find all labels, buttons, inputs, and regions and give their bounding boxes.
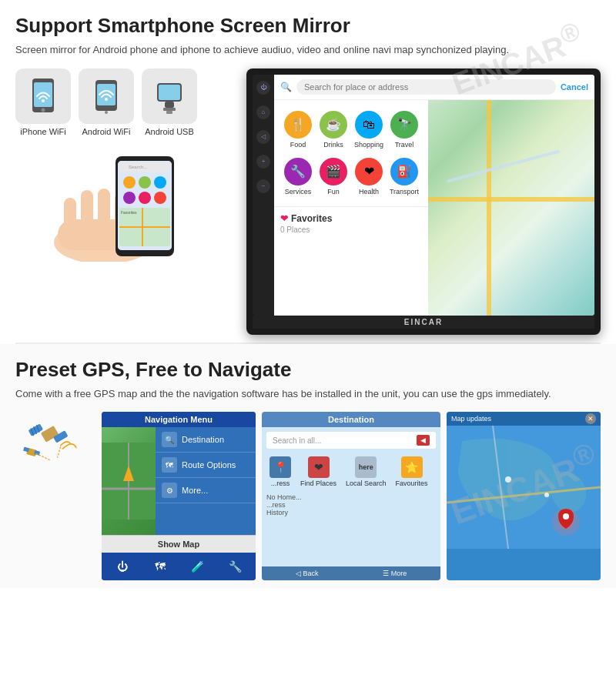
more-footer-btn[interactable]: ☰ More [383, 570, 407, 577]
maps-panel: 🍴 Food ☕ Drinks 🛍 Shop [274, 100, 428, 316]
power-icon[interactable]: ⏻ [112, 556, 133, 577]
gps-screens: Navigation Menu [102, 412, 601, 580]
dest-search[interactable]: Search in all... ◀ [266, 432, 436, 449]
drinks-icon: ☕ [320, 111, 347, 139]
dest-tab-address[interactable]: 📍 ...ress [266, 453, 294, 490]
dest-tab-local[interactable]: here Local Search [343, 453, 390, 490]
section-mirror: EINCAR® Support Smartphone Screen Mirror… [0, 0, 616, 342]
svg-text:Search...: Search... [129, 165, 147, 169]
map-icon[interactable]: 🗺 [149, 556, 171, 577]
mirror-right: ⏻ ⌂ ◁ + − 🔍 Search for place or address [246, 68, 601, 335]
svg-rect-11 [163, 108, 176, 111]
maps-search-input[interactable]: Search for place or address [296, 79, 556, 95]
cat-health[interactable]: ❤ Health [351, 153, 387, 200]
satellite-icon [19, 412, 89, 466]
route-label: Route Options [182, 460, 236, 469]
fun-icon: 🎬 [320, 158, 347, 185]
dest-header: Destination [262, 412, 440, 427]
section1-title: Support Smartphone Screen Mirror [15, 14, 601, 38]
dest-tabs: 📍 ...ress ❤ Find Places here Local Searc… [262, 453, 440, 490]
nav-map-inner [102, 427, 156, 535]
favorites-title: ❤ Favorites [280, 213, 422, 224]
svg-point-53 [505, 476, 511, 483]
mirror-left: iPhone WiFi [15, 68, 239, 262]
svg-text:Favorites: Favorites [121, 210, 137, 215]
dest-search-btn[interactable]: ◀ [417, 435, 430, 446]
cat-drinks[interactable]: ☕ Drinks [316, 106, 351, 153]
nav-map-area [102, 427, 156, 535]
more-icon: ⚙ [162, 483, 177, 498]
section2-desc: Come with a free GPS map and the the nav… [15, 386, 601, 402]
back-icon: ◁ [296, 570, 301, 577]
more-label: More... [182, 486, 208, 495]
rmap-close-icon: ✕ [585, 413, 596, 424]
favorites-sub: 0 Places [280, 226, 422, 234]
findplaces-icon: ❤ [308, 456, 330, 478]
back-btn[interactable]: ◁ Back [296, 570, 319, 577]
map-road-horizontal [428, 197, 594, 202]
maps-categories: 🍴 Food ☕ Drinks 🛍 Shop [274, 100, 428, 206]
svg-rect-17 [98, 189, 110, 231]
dest-body-text: No Home......ressHistory [266, 493, 436, 516]
dest-body: No Home......ressHistory [262, 490, 440, 566]
food-label: Food [290, 141, 306, 149]
svg-rect-9 [159, 85, 180, 100]
back-btn[interactable]: ◁ [256, 130, 270, 144]
map-road-vertical [487, 100, 491, 316]
nav-menu-items: 🔍 Destination 🗺 Route Options ⚙ More... [156, 427, 256, 535]
rmap-svg [447, 426, 601, 549]
address-icon: 📍 [270, 456, 291, 478]
car-unit: ⏻ ⌂ ◁ + − 🔍 Search for place or address [246, 68, 601, 335]
svg-point-25 [123, 176, 136, 189]
android-wifi-label: Android WiFi [82, 127, 131, 136]
search-icon-text: 🔍 [280, 82, 292, 92]
nav-item-route[interactable]: 🗺 Route Options [156, 453, 256, 478]
nav-footer-bar: ⏻ 🗺 🧪 🔧 [102, 553, 256, 580]
destination-icon: 🔍 [162, 432, 177, 447]
cat-transport[interactable]: ⛽ Transport [387, 153, 422, 200]
section-gps: EINCAR® Preset GPS, Free to Navigate Com… [0, 344, 616, 589]
cat-shopping[interactable]: 🛍 Shopping [351, 106, 387, 153]
cancel-btn[interactable]: Cancel [561, 82, 588, 92]
nav-item-destination[interactable]: 🔍 Destination [156, 427, 256, 453]
svg-point-57 [563, 513, 569, 520]
localsearch-icon: here [355, 456, 377, 478]
power-btn[interactable]: ⏻ [256, 81, 270, 95]
services-label: Services [285, 188, 312, 195]
home-btn[interactable]: ⌂ [256, 105, 270, 119]
svg-line-45 [57, 447, 60, 458]
cat-food[interactable]: 🍴 Food [280, 106, 316, 153]
vol-dn-btn[interactable]: − [256, 179, 270, 193]
device-android-usb: Android USB [142, 68, 197, 136]
settings-icon[interactable]: 🔧 [225, 556, 246, 577]
destination-screen: Destination Search in all... ◀ 📍 ...ress… [262, 412, 440, 580]
nav-item-more[interactable]: ⚙ More... [156, 478, 256, 503]
rmap-header-text: Map updates [451, 415, 491, 423]
food-icon: 🍴 [284, 111, 312, 139]
cat-services[interactable]: 🔧 Services [280, 153, 316, 200]
mirror-content: iPhone WiFi [15, 68, 601, 335]
unit-controls: ⏻ ⌂ ◁ + − [253, 75, 274, 316]
show-map-btn[interactable]: Show Map [102, 535, 256, 553]
nav-menu-title: Navigation Menu [102, 412, 256, 427]
cat-fun[interactable]: 🎬 Fun [316, 153, 351, 200]
services-icon: 🔧 [284, 158, 312, 185]
beaker-icon[interactable]: 🧪 [187, 556, 209, 577]
dest-tab-favourites[interactable]: ⭐ Favourites [393, 453, 431, 490]
svg-point-54 [544, 493, 549, 497]
unit-footer: EINCAR [253, 316, 594, 329]
unit-screen: 🔍 Search for place or address Cancel [274, 75, 594, 316]
android-usb-label: Android USB [145, 127, 194, 136]
android-wifi-box [79, 68, 134, 124]
maps-area: 🍴 Food ☕ Drinks 🛍 Shop [274, 100, 594, 316]
gps-content: Navigation Menu [15, 412, 601, 580]
vol-up-btn[interactable]: + [256, 155, 270, 169]
hand-phone-area: Search... Favorites [15, 142, 239, 262]
dest-tab-findplaces[interactable]: ❤ Find Places [297, 453, 340, 490]
svg-point-7 [105, 98, 108, 101]
iphone-wifi-label: iPhone WiFi [20, 127, 65, 136]
cat-travel[interactable]: 🔭 Travel [387, 106, 422, 153]
travel-label: Travel [395, 141, 414, 149]
transport-label: Transport [390, 188, 419, 195]
search-placeholder: Search for place or address [304, 82, 408, 92]
